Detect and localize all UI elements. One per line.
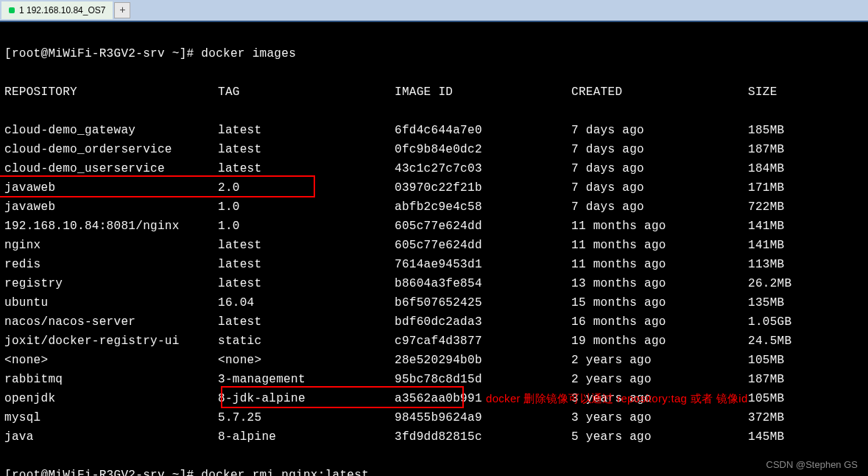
cell-size: 185MB (748, 121, 836, 140)
cell-created: 2 years ago (571, 370, 748, 389)
cell-tag: 8-alpine (218, 427, 395, 447)
cell-created: 2 years ago (571, 351, 748, 370)
cell-size: 184MB (748, 159, 836, 178)
cell-id: 605c77e624dd (395, 217, 571, 236)
header-size: SIZE (748, 83, 836, 102)
cell-tag: 2.0 (218, 178, 395, 197)
cell-id: 95bc78c8d15d (395, 370, 571, 389)
cell-created: 7 days ago (571, 121, 748, 140)
cell-repo: ubuntu (4, 293, 218, 312)
cell-created: 5 years ago (571, 427, 748, 447)
header-tag: TAG (218, 83, 395, 102)
cell-size: 24.5MB (748, 332, 836, 351)
cell-size: 722MB (748, 197, 836, 217)
cell-repo: registry (4, 274, 218, 293)
cell-repo: cloud-demo_userservice (4, 159, 218, 178)
cell-tag: latest (218, 274, 395, 293)
cell-tag: latest (218, 236, 395, 255)
table-row: <none><none>28e520294b0b2 years ago105MB (4, 351, 864, 370)
table-row: cloud-demo_userservicelatest43c1c27c7c03… (4, 159, 864, 178)
table-row: registrylatestb8604a3fe85413 months ago2… (4, 274, 864, 293)
cell-repo: openjdk (4, 389, 218, 408)
cell-id: b8604a3fe854 (395, 274, 571, 293)
cell-tag: 5.7.25 (218, 408, 395, 427)
table-row: cloud-demo_orderservicelatest0fc9b84e0dc… (4, 140, 864, 159)
cell-id: 28e520294b0b (395, 351, 571, 370)
cell-repo: redis (4, 255, 218, 274)
cell-id: 7614ae9453d1 (395, 255, 571, 274)
cell-size: 105MB (748, 351, 836, 370)
cell-repo: javaweb (4, 197, 218, 217)
cell-created: 3 years ago (571, 408, 748, 427)
cell-id: 605c77e624dd (395, 236, 571, 255)
cell-created: 16 months ago (571, 312, 748, 332)
cell-size: 187MB (748, 370, 836, 389)
terminal[interactable]: [root@MiWiFi-R3GV2-srv ~]# docker images… (0, 21, 868, 476)
table-row: javaweb1.0abfb2c9e4c587 days ago722MB (4, 197, 864, 217)
terminal-tab[interactable]: 1 192.168.10.84_OS7 (1, 1, 113, 19)
cell-repo: nginx (4, 236, 218, 255)
table-header: REPOSITORYTAGIMAGE IDCREATEDSIZE (4, 83, 864, 102)
cell-size: 171MB (748, 178, 836, 197)
cell-created: 11 months ago (571, 236, 748, 255)
table-row: javaweb2.003970c22f21b7 days ago171MB (4, 178, 864, 197)
watermark: CSDN @Stephen GS (766, 459, 858, 470)
cell-tag: 16.04 (218, 293, 395, 312)
cell-repo: nacos/nacos-server (4, 312, 218, 332)
cell-created: 7 days ago (571, 159, 748, 178)
cell-tag: <none> (218, 351, 395, 370)
prompt: [root@MiWiFi-R3GV2-srv ~]# (4, 469, 201, 476)
cell-size: 135MB (748, 293, 836, 312)
table-row: nginxlatest605c77e624dd11 months ago141M… (4, 236, 864, 255)
cell-id: c97caf4d3877 (395, 332, 571, 351)
cell-created: 13 months ago (571, 274, 748, 293)
table-row: mysql5.7.2598455b9624a93 years ago372MB (4, 408, 864, 427)
cell-id: 98455b9624a9 (395, 408, 571, 427)
cell-repo: cloud-demo_gateway (4, 121, 218, 140)
header-repository: REPOSITORY (4, 83, 218, 102)
cell-repo: cloud-demo_orderservice (4, 140, 218, 159)
cell-repo: java (4, 427, 218, 447)
status-indicator-icon (9, 7, 15, 13)
cell-repo: 192.168.10.84:8081/nginx (4, 217, 218, 236)
cell-created: 15 months ago (571, 293, 748, 312)
table-row: rabbitmq3-management95bc78c8d15d2 years … (4, 370, 864, 389)
cell-size: 141MB (748, 217, 836, 236)
prompt: [root@MiWiFi-R3GV2-srv ~]# (4, 47, 201, 60)
cell-tag: 1.0 (218, 217, 395, 236)
cell-created: 7 days ago (571, 197, 748, 217)
tab-title: 1 192.168.10.84_OS7 (19, 5, 105, 15)
cell-created: 7 days ago (571, 178, 748, 197)
cell-tag: latest (218, 140, 395, 159)
cell-tag: 3-management (218, 370, 395, 389)
cell-size: 372MB (748, 408, 836, 427)
cell-tag: latest (218, 255, 395, 274)
cell-id: 03970c22f21b (395, 178, 571, 197)
add-tab-button[interactable]: + (114, 2, 130, 18)
cell-id: bdf60dc2ada3 (395, 312, 571, 332)
table-row: 192.168.10.84:8081/nginx1.0605c77e624dd1… (4, 217, 864, 236)
cell-size: 26.2MB (748, 274, 836, 293)
cell-id: abfb2c9e4c58 (395, 197, 571, 217)
cell-size: 145MB (748, 427, 836, 447)
cell-size: 1.05GB (748, 312, 836, 332)
cell-id: b6f507652425 (395, 293, 571, 312)
cell-id: 43c1c27c7c03 (395, 159, 571, 178)
cell-repo: <none> (4, 351, 218, 370)
header-created: CREATED (571, 83, 748, 102)
cell-id: 0fc9b84e0dc2 (395, 140, 571, 159)
cell-created: 19 months ago (571, 332, 748, 351)
annotation-text: docker 删除镜像可以通过 repository:tag 或者 镜像id (486, 389, 748, 408)
cell-tag: static (218, 332, 395, 351)
table-row: joxit/docker-registry-uistaticc97caf4d38… (4, 332, 864, 351)
cell-tag: 1.0 (218, 197, 395, 217)
cell-size: 113MB (748, 255, 836, 274)
cell-repo: mysql (4, 408, 218, 427)
cell-repo: javaweb (4, 178, 218, 197)
table-row: ubuntu16.04b6f50765242515 months ago135M… (4, 293, 864, 312)
cell-size: 141MB (748, 236, 836, 255)
cell-size: 187MB (748, 140, 836, 159)
cell-tag: latest (218, 159, 395, 178)
cell-created: 7 days ago (571, 140, 748, 159)
cell-created: 11 months ago (571, 255, 748, 274)
